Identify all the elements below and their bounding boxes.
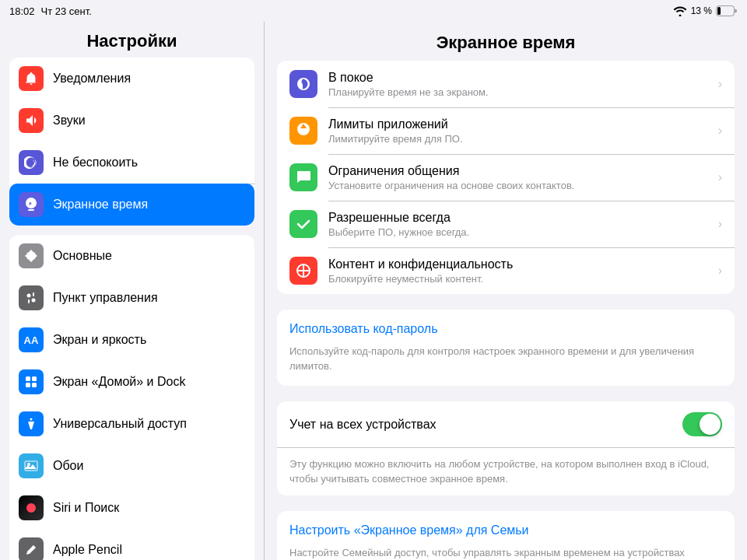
svg-rect-1 (717, 7, 721, 15)
communication-subtitle: Установите ограничения на основе своих к… (328, 180, 712, 191)
display-label: Экран и яркость (53, 333, 146, 347)
time-label: 18:02 (9, 5, 35, 17)
content-privacy-subtitle: Блокируйте неуместный контент. (328, 273, 712, 285)
passcode-section: Использовать код-пароль Используйте код-… (277, 310, 735, 386)
svg-rect-10 (32, 383, 37, 387)
family-section: Настроить «Экранное время» для Семьи Нас… (277, 511, 735, 560)
sidebar-item-display[interactable]: AA Экран и яркость (9, 319, 254, 361)
sidebar-item-sounds[interactable]: Звуки (9, 100, 254, 142)
accessibility-label: Универсальный доступ (53, 417, 187, 431)
sidebar-item-dnd[interactable]: Не беспокоить (9, 142, 254, 184)
wallpaper-icon (19, 453, 44, 478)
detail-item-communication[interactable]: Ограничения общения Установите ограничен… (277, 154, 735, 201)
sidebar-item-screen-time[interactable]: Экранное время (9, 184, 254, 226)
svg-point-4 (32, 299, 36, 303)
sidebar-item-notifications[interactable]: Уведомления (9, 58, 254, 100)
svg-rect-2 (28, 209, 34, 211)
detail-item-app-limits[interactable]: Лимиты приложений Лимитируйте время для … (277, 107, 735, 154)
display-icon: AA (19, 327, 44, 352)
sidebar-list: Уведомления Звуки (0, 58, 264, 560)
apple-pencil-label: Apple Pencil (53, 543, 122, 557)
detail-content: В покое Планируйте время не за экраном. … (265, 61, 747, 560)
status-bar: 18:02 Чт 23 сент. 13 % (0, 0, 747, 22)
svg-rect-9 (26, 383, 30, 387)
toggle-section: Учет на всех устройствах Эту функцию мож… (277, 401, 735, 495)
toggle-label: Учет на всех устройствах (289, 418, 682, 432)
communication-icon (289, 163, 317, 191)
detail-item-always-allowed[interactable]: Разрешенные всегда Выберите ПО, нужное в… (277, 201, 735, 247)
sounds-label: Звуки (53, 114, 86, 128)
always-allowed-subtitle: Выберите ПО, нужное всегда. (328, 226, 712, 238)
downtime-text: В покое Планируйте время не за экраном. (328, 71, 712, 98)
svg-rect-7 (26, 376, 30, 381)
notifications-icon (19, 66, 44, 91)
sidebar-item-control-center[interactable]: Пункт управления (9, 277, 254, 319)
sidebar-item-apple-pencil[interactable]: Apple Pencil (9, 529, 254, 560)
control-center-icon (19, 285, 44, 310)
apple-pencil-icon (19, 537, 44, 560)
communication-title: Ограничения общения (328, 164, 712, 178)
general-icon (19, 243, 44, 268)
dnd-icon (19, 150, 44, 175)
always-allowed-chevron: › (718, 217, 722, 231)
sounds-icon (19, 108, 44, 133)
status-bar-right: 13 % (673, 5, 738, 16)
dnd-label: Не беспокоить (53, 156, 138, 170)
siri-icon (19, 495, 44, 520)
sidebar-section-1: Уведомления Звуки (9, 58, 254, 226)
sidebar-item-siri[interactable]: Siri и Поиск (9, 487, 254, 529)
notifications-label: Уведомления (53, 72, 131, 86)
app-limits-subtitle: Лимитируйте время для ПО. (328, 133, 712, 145)
svg-point-13 (26, 503, 36, 513)
svg-rect-8 (32, 376, 37, 381)
wallpaper-label: Обои (53, 459, 83, 473)
sidebar-item-accessibility[interactable]: Универсальный доступ (9, 403, 254, 445)
battery-icon (716, 5, 738, 16)
content-privacy-text: Контент и конфиденциальность Блокируйте … (328, 257, 712, 285)
detail-panel: Экранное время В покое Планируйте время … (265, 22, 747, 560)
downtime-chevron: › (718, 77, 722, 91)
sidebar-item-home-screen[interactable]: Экран «Домой» и Dock (9, 361, 254, 403)
downtime-subtitle: Планируйте время не за экраном. (328, 86, 712, 98)
app-limits-text: Лимиты приложений Лимитируйте время для … (328, 117, 712, 145)
screen-time-label: Экранное время (53, 198, 148, 212)
app-container: Настройки Уведомления (0, 22, 747, 560)
sidebar-item-general[interactable]: Основные (9, 235, 254, 277)
toggle-row: Учет на всех устройствах (277, 401, 735, 448)
always-allowed-title: Разрешенные всегда (328, 211, 712, 225)
detail-item-downtime[interactable]: В покое Планируйте время не за экраном. … (277, 61, 735, 107)
passcode-desc: Используйте код-пароль для контроля наст… (289, 345, 694, 372)
content-privacy-title: Контент и конфиденциальность (328, 257, 712, 271)
app-limits-icon (289, 117, 317, 145)
content-privacy-chevron: › (718, 264, 722, 278)
detail-items-section: В покое Планируйте время не за экраном. … (277, 61, 735, 294)
status-bar-left: 18:02 Чт 23 сент. (9, 5, 92, 17)
sidebar-title: Настройки (0, 22, 264, 58)
passcode-link[interactable]: Использовать код-пароль (289, 322, 722, 336)
sidebar-item-wallpaper[interactable]: Обои (9, 445, 254, 487)
app-limits-chevron: › (718, 124, 722, 138)
svg-point-3 (27, 294, 31, 298)
toggle-knob (700, 414, 721, 435)
detail-title: Экранное время (265, 22, 747, 61)
control-center-label: Пункт управления (53, 291, 158, 305)
detail-item-content-privacy[interactable]: Контент и конфиденциальность Блокируйте … (277, 247, 735, 294)
downtime-title: В покое (328, 71, 712, 85)
svg-rect-5 (28, 299, 30, 303)
screen-time-icon (19, 192, 44, 217)
communication-text: Ограничения общения Установите ограничен… (328, 164, 712, 191)
sidebar: Настройки Уведомления (0, 22, 265, 560)
siri-label: Siri и Поиск (53, 501, 119, 515)
family-link[interactable]: Настроить «Экранное время» для Семьи (289, 523, 722, 537)
svg-rect-6 (33, 292, 34, 296)
content-privacy-icon (289, 257, 317, 285)
home-screen-label: Экран «Домой» и Dock (53, 375, 185, 389)
wifi-icon (673, 5, 687, 16)
date-label: Чт 23 сент. (41, 5, 92, 17)
all-devices-toggle[interactable] (682, 412, 722, 436)
battery-label: 13 % (691, 5, 712, 16)
app-limits-title: Лимиты приложений (328, 117, 712, 131)
general-label: Основные (53, 249, 112, 263)
home-screen-icon (19, 369, 44, 394)
accessibility-icon (19, 411, 44, 436)
